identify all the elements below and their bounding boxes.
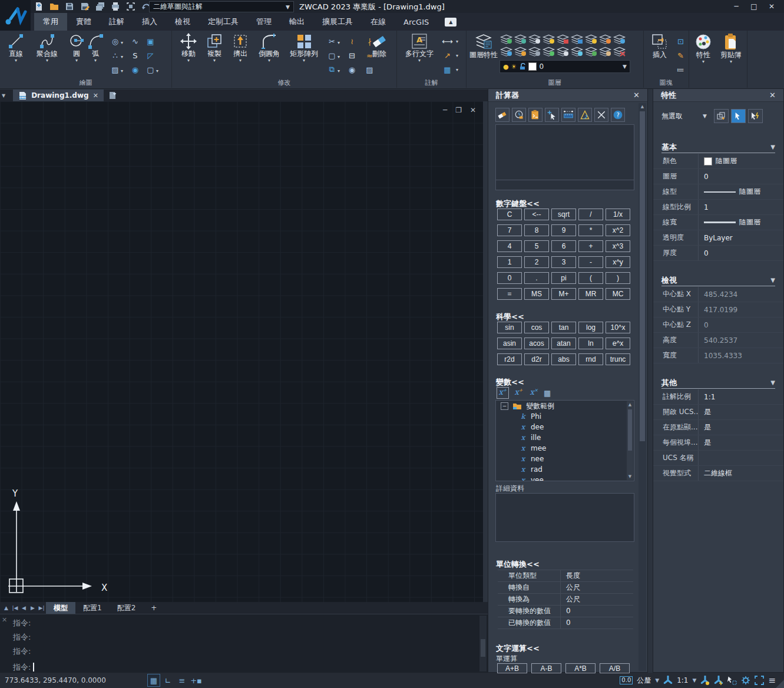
layer-match-icon[interactable] [514,47,527,57]
print-icon[interactable] [111,2,121,11]
tab-annotate[interactable]: 註解 [100,13,133,31]
revision-cloud-icon[interactable]: ∿ [130,36,141,47]
layer-previous-icon[interactable] [528,47,541,57]
toggle-pickadd-button[interactable] [748,109,763,123]
key-power[interactable]: x^y [606,256,630,268]
calculator-input[interactable] [495,180,634,190]
key-8[interactable]: 8 [524,224,549,236]
tab-manage[interactable]: 管理 [247,13,280,31]
mtext-button[interactable]: A 多行文字▾ [402,33,437,63]
key-pi[interactable]: pi [551,272,576,284]
quick-properties-toggle[interactable]: +▪ [190,674,203,687]
dropdown-icon[interactable]: ▾ [121,68,123,74]
tab-custom-tools[interactable]: 定制工具 [199,13,247,31]
clear-icon[interactable] [495,108,510,122]
key-3[interactable]: 3 [551,256,576,268]
selection-filter-value[interactable]: 無選取 [661,111,683,121]
tab-view[interactable]: 檢視 [166,13,199,31]
gear-icon[interactable] [741,676,750,685]
key-C[interactable]: C [497,209,522,220]
variable-row[interactable]: xvee [496,475,634,481]
annotation-scale-icon[interactable] [663,676,673,685]
insert-block-button[interactable]: 插入 [647,33,673,59]
key-Mplus[interactable]: M+ [551,288,576,300]
key-MC[interactable]: MC [606,288,630,300]
variable-row[interactable]: xdee [496,422,634,432]
layer-on-icon[interactable] [514,34,527,44]
key-4[interactable]: 4 [497,240,522,252]
dropdown-icon[interactable]: ▾ [338,68,340,73]
dropdown-icon[interactable]: ▾ [456,53,463,58]
annotation-monitor-toggle[interactable]: ▦ [147,674,160,687]
properties-palette-button[interactable]: 特性▾ [690,33,716,64]
plot-preview-icon[interactable] [126,2,136,11]
key-6[interactable]: 6 [551,240,576,252]
annotation-scale-value[interactable]: 1:1 [677,676,688,684]
clipboard-button[interactable]: 剪貼簿▾ [716,33,746,64]
key-abs[interactable]: abs [551,353,576,365]
command-scrollbar[interactable] [479,616,487,672]
section-view-header[interactable]: 檢視▼ [661,275,775,286]
key-decimal[interactable]: . [524,272,549,284]
calculator-help-icon[interactable]: ? [611,108,625,122]
attributes-icon[interactable]: ≔ [675,64,686,75]
key-ln[interactable]: ln [578,338,603,349]
add-layout-button[interactable]: + [143,602,164,614]
offset-icon[interactable]: ⧉ [326,64,338,75]
quick-select-button[interactable] [714,109,729,123]
command-input[interactable]: 指令: [13,662,34,673]
key-square[interactable]: x^2 [606,224,630,236]
layer-walk-icon[interactable] [584,47,598,57]
expand-tabs-icon[interactable]: ▲ [2,605,11,611]
history-icon[interactable] [512,108,526,122]
batch-plot-icon[interactable] [95,2,105,11]
tab-layout1[interactable]: 配置1 [75,602,110,614]
layer-isolate-icon[interactable] [613,34,626,44]
key-cos[interactable]: cos [524,322,549,333]
key-sin[interactable]: sin [497,322,522,333]
return-to-input-icon[interactable]: ▦ [544,389,551,398]
fullscreen-icon[interactable] [755,676,764,685]
units-section-header[interactable]: 單位轉換<< [496,559,540,570]
stretch-icon[interactable]: ▢ [326,50,338,61]
leader-icon[interactable]: ↗ [442,50,453,61]
workspace-select[interactable]: 二維草圖與註解 ▼ [149,1,294,12]
close-button[interactable]: ✕ [763,0,780,13]
layer-copy-objects-icon[interactable] [598,47,612,57]
op-a-minus-b[interactable]: A-B [531,663,561,673]
scientific-section-header[interactable]: 科學<< [496,312,524,322]
variable-row[interactable]: xrad [496,464,634,475]
extrude-button[interactable]: 擠出▾ [227,33,253,63]
key-minus[interactable]: - [578,256,603,268]
arc-button[interactable]: 弧▾ [84,33,107,63]
calculator-close-icon[interactable]: ✕ [633,91,640,100]
dropdown-icon[interactable]: ▾ [338,40,340,45]
tab-solid[interactable]: 實體 [67,13,100,31]
ribbon-collapse-icon[interactable]: ▲ [445,18,456,27]
layer-lock-icon[interactable] [556,34,570,44]
variable-row[interactable]: xnee [496,454,634,464]
properties-close-icon[interactable]: ✕ [769,91,776,100]
minimize-button[interactable]: ─ [727,0,745,13]
dimension-icon[interactable]: ⟷ [442,36,453,47]
key-acos[interactable]: acos [524,338,549,349]
selection-cycling-icon[interactable] [727,676,737,685]
key-open-paren[interactable]: ( [578,272,603,284]
tab-home[interactable]: 常用 [34,13,67,31]
layer-make-current-icon[interactable] [499,47,513,57]
hatch-icon[interactable]: ▨ [110,64,121,75]
key-1[interactable]: 1 [497,256,522,268]
align-icon[interactable]: ⊟ [346,50,358,61]
copy-button[interactable]: 複製▾ [201,33,227,63]
dropdown-icon[interactable]: ▾ [121,40,123,45]
unit-label[interactable]: 公釐 [637,676,651,686]
tab-model[interactable]: 模型 [46,602,75,614]
paste-to-commandline-icon[interactable] [528,108,542,122]
trim-icon[interactable]: ✂ [326,36,338,47]
polyline-button[interactable]: 聚合線▾ [31,33,64,63]
dropdown-icon[interactable]: ▾ [456,67,463,72]
erase-button[interactable]: 刪除 [365,33,393,58]
document-tab[interactable]: DWG Drawing1.dwg ✕ [13,90,104,101]
key-sqrt[interactable]: sqrt [551,209,576,220]
command-close-icon[interactable]: ✕ [2,616,7,624]
